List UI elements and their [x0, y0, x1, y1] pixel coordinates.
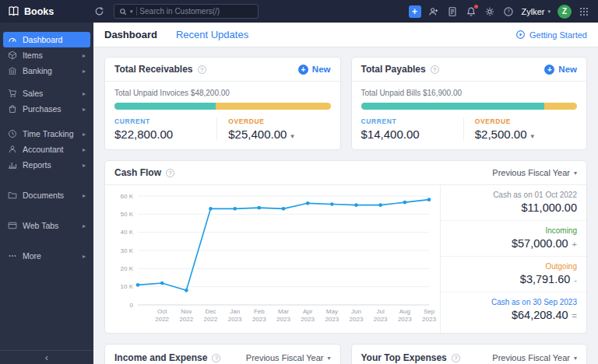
refresh-icon[interactable] — [94, 5, 107, 18]
tab-dashboard[interactable]: Dashboard — [104, 29, 157, 40]
receivables-title: Total Receivables — [114, 64, 193, 75]
sidebar-item-accountant[interactable]: Accountant▸ — [3, 142, 90, 157]
sidebar-item-dashboard[interactable]: Dashboard — [3, 32, 90, 47]
top-expenses-card: Your Top Expenses ? Previous Fiscal Year… — [351, 344, 588, 364]
sidebar-item-time-tracking[interactable]: Time Tracking▸ — [3, 126, 90, 142]
brand-name: Books — [24, 6, 54, 17]
svg-text:Feb: Feb — [254, 308, 265, 315]
cashflow-stat-label: Cash as on 30 Sep 2023 — [450, 298, 577, 306]
overdue-dropdown-caret-icon[interactable]: ▾ — [290, 132, 294, 140]
sidebar-item-sales[interactable]: Sales▸ — [3, 86, 90, 101]
svg-text:2023: 2023 — [252, 316, 266, 323]
svg-text:2023: 2023 — [374, 316, 388, 323]
payables-title: Total Payables — [361, 64, 426, 75]
income-expense-card: Income and Expense ? Previous Fiscal Yea… — [104, 344, 341, 364]
chevron-right-icon: ▸ — [83, 131, 86, 138]
svg-text:60 K: 60 K — [121, 193, 134, 200]
quick-create-button[interactable]: + — [409, 5, 421, 18]
cashflow-fiscal-year-filter[interactable]: Previous Fiscal Year ▾ — [492, 168, 577, 177]
search-divider — [136, 7, 137, 16]
sidebar-item-reports[interactable]: Reports▸ — [3, 157, 90, 173]
getting-started-link[interactable]: Getting Started — [515, 30, 587, 40]
overdue-dropdown-caret-icon[interactable]: ▾ — [530, 132, 534, 140]
chevron-down-icon: ▾ — [547, 9, 551, 15]
chevron-right-icon: ▸ — [83, 106, 86, 113]
app-window: Books ▾ + — [0, 0, 598, 364]
sidebar-item-purchases[interactable]: Purchases▸ — [3, 101, 90, 117]
chevron-down-icon: ▾ — [574, 355, 577, 362]
receivables-progress-current — [114, 103, 216, 110]
settings-gear-icon[interactable] — [484, 5, 496, 17]
document-icon[interactable] — [447, 5, 459, 17]
apps-grid-icon[interactable] — [579, 5, 590, 17]
income-expense-fiscal-year-filter[interactable]: Previous Fiscal Year ▾ — [246, 353, 331, 362]
dashboard-content: Total Receivables ? + New Total Unpaid I… — [93, 47, 598, 364]
top-expenses-fiscal-year-filter[interactable]: Previous Fiscal Year ▾ — [492, 353, 577, 362]
current-amount: $14,400.00 — [361, 128, 463, 141]
help-icon[interactable]: ? — [166, 169, 174, 177]
help-icon[interactable]: ? — [503, 5, 515, 17]
bag-icon — [8, 104, 17, 114]
svg-text:50 K: 50 K — [121, 211, 134, 218]
svg-text:2022: 2022 — [155, 316, 169, 323]
sidebar-item-documents[interactable]: Documents▸ — [3, 187, 90, 203]
person-icon — [8, 145, 17, 154]
org-selector[interactable]: Zylker ▾ — [522, 7, 551, 16]
cash-flow-card: Cash Flow ? Previous Fiscal Year ▾ 010 K… — [104, 160, 587, 334]
svg-text:May: May — [326, 308, 338, 315]
new-receivable-button[interactable]: + New — [298, 65, 331, 75]
svg-text:2022: 2022 — [179, 316, 193, 323]
books-logo-icon — [8, 5, 19, 17]
payables-progress-current — [361, 103, 545, 110]
chevron-right-icon: ▸ — [83, 162, 86, 169]
svg-text:Apr: Apr — [303, 308, 313, 315]
cashflow-stat-label: Outgoing — [450, 262, 577, 271]
refer-users-icon[interactable] — [428, 5, 440, 17]
operator-sign: + — [572, 240, 577, 249]
cashflow-stat-row: Cash as on 30 Sep 2023$64,208.40= — [441, 292, 586, 327]
search-scope-caret-icon[interactable]: ▾ — [130, 9, 133, 15]
help-icon[interactable]: ? — [198, 65, 206, 74]
svg-text:Dec: Dec — [205, 308, 216, 315]
brand[interactable]: Books — [8, 5, 87, 17]
sidebar-item-items[interactable]: Items▸ — [3, 47, 90, 63]
sidebar-item-banking[interactable]: Banking▸ — [3, 63, 90, 79]
svg-text:30 K: 30 K — [121, 247, 134, 254]
tab-recent-updates[interactable]: Recent Updates — [176, 29, 248, 40]
sidebar-item-label: More — [23, 251, 77, 261]
page-header: Dashboard Recent Updates Getting Started — [93, 23, 598, 47]
folder-icon — [8, 191, 17, 200]
help-icon[interactable]: ? — [212, 354, 220, 362]
cashflow-stat-value: $3,791.60- — [450, 273, 577, 285]
cashflow-stat-row: Cash as on 01 Oct 2022$11,000.00 — [441, 185, 586, 221]
help-icon[interactable]: ? — [431, 65, 439, 74]
help-icon[interactable]: ? — [452, 354, 460, 362]
user-avatar[interactable]: Z — [558, 5, 572, 19]
org-name: Zylker — [522, 7, 545, 16]
overdue-label: OVERDUE — [228, 117, 330, 125]
svg-text:Mar: Mar — [278, 308, 289, 315]
sidebar-item-label: Banking — [23, 66, 77, 75]
page-tabs: Dashboard Recent Updates — [104, 29, 248, 40]
sidebar-item-label: Sales — [23, 89, 77, 98]
payables-progress-bar — [361, 103, 578, 110]
search-input[interactable] — [139, 7, 253, 16]
search-bar[interactable]: ▾ — [114, 4, 259, 19]
cashflow-stat-value: $64,208.40= — [450, 309, 577, 321]
sidebar-item-web-tabs[interactable]: Web Tabs▸ — [3, 218, 90, 233]
sidebar-item-label: Web Tabs — [23, 221, 77, 230]
sidebar-collapse-button[interactable]: ‹ — [0, 350, 93, 364]
chevron-right-icon: ▸ — [83, 146, 86, 153]
notifications-bell-icon[interactable] — [466, 5, 477, 17]
new-payable-button[interactable]: + New — [544, 65, 577, 75]
operator-sign: = — [572, 311, 577, 320]
chevron-right-icon: ▸ — [83, 222, 86, 229]
chevron-right-icon: ▸ — [83, 90, 86, 97]
main-area: Dashboard Recent Updates Getting Started… — [93, 23, 598, 364]
svg-text:Nov: Nov — [181, 308, 192, 315]
browser-icon — [8, 221, 17, 230]
cashflow-stat-label: Cash as on 01 Oct 2022 — [450, 191, 577, 199]
sidebar-item-more[interactable]: More▸ — [3, 248, 90, 264]
clock-icon — [8, 129, 17, 138]
sidebar-item-label: Reports — [23, 160, 77, 170]
